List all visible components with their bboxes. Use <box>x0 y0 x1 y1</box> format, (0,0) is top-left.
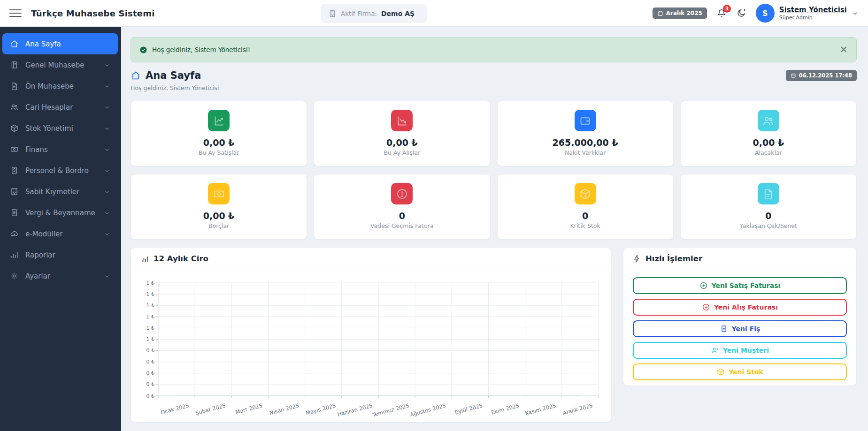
cloud-icon <box>10 229 19 238</box>
period-badge-label: Aralık 2025 <box>666 10 702 16</box>
app-window: Türkçe Muhasebe Sistemi Aktif Firma: Dem… <box>0 0 868 431</box>
quick-action-label: Yeni Stok <box>729 368 763 376</box>
welcome-alert-text: Hoş geldiniz, Sistem Yöneticisi! <box>152 46 250 53</box>
yeni-fis-button[interactable]: Yeni Fiş <box>633 320 847 337</box>
sidebar-item-cari-hesaplar[interactable]: Cari Hesaplar <box>2 97 118 118</box>
users-icon <box>10 103 19 112</box>
chevron-down-icon <box>104 83 110 90</box>
welcome-alert: Hoş geldiniz, Sistem Yöneticisi! ✕ <box>131 37 857 62</box>
notifications-button[interactable]: 3 <box>716 8 727 18</box>
stat-value: 0,00 ₺ <box>136 137 302 148</box>
chevron-down-icon <box>104 146 110 153</box>
chevron-down-icon <box>104 125 110 132</box>
sidebar-item-finans[interactable]: Finans <box>2 139 118 160</box>
stat-value: 265.000,00 ₺ <box>502 137 668 148</box>
building-icon <box>10 187 19 196</box>
sidebar: Ana SayfaGenel MuhasebeÖn MuhasebeCari H… <box>0 27 121 431</box>
yeni-alis-faturasi-button[interactable]: Yeni Alış Faturası <box>633 299 847 316</box>
svg-text:0 ₺: 0 ₺ <box>146 348 155 354</box>
file-text-icon <box>10 208 19 217</box>
sidebar-item-ayarlar[interactable]: Ayarlar <box>2 265 118 287</box>
active-company-selector[interactable]: Aktif Firma: Demo AŞ <box>321 4 427 23</box>
stat-label: Vadesi Geçmiş Fatura <box>319 222 485 229</box>
sidebar-item-label: Stok Yönetimi <box>25 124 73 133</box>
stat-card-row2-4: 0Yaklaşan Çek/Senet <box>680 174 857 240</box>
yeni-musteri-button[interactable]: Yeni Müşteri <box>633 342 847 359</box>
stat-card-row1-3: 265.000,00 ₺Nakit Varlıklar <box>497 101 674 166</box>
box-icon <box>716 368 725 376</box>
svg-text:Mayıs 2025: Mayıs 2025 <box>305 402 337 416</box>
quick-action-label: Yeni Satış Faturası <box>712 282 781 289</box>
stat-label: Alacaklar <box>685 149 852 156</box>
moon-icon <box>736 8 746 18</box>
user-name: Sistem Yöneticisi <box>779 6 847 15</box>
bar-chart-icon <box>140 255 149 263</box>
svg-text:1 ₺: 1 ₺ <box>146 314 155 320</box>
svg-text:Ocak 2025: Ocak 2025 <box>160 402 190 416</box>
datetime-badge: 06.12.2025 17:48 <box>786 70 857 81</box>
svg-text:Haziran 2025: Haziran 2025 <box>337 402 373 417</box>
dark-mode-toggle[interactable] <box>736 8 746 18</box>
page-header: Ana Sayfa Hoş geldiniz, Sistem Yöneticis… <box>131 70 857 91</box>
sidebar-item-raporlar[interactable]: Raporlar <box>2 244 118 265</box>
svg-text:Temmuz 2025: Temmuz 2025 <box>371 402 410 418</box>
page-title: Ana Sayfa <box>146 70 201 81</box>
calendar-icon <box>657 10 663 16</box>
svg-text:0 ₺: 0 ₺ <box>146 393 155 399</box>
user-role: Süper Admin <box>779 15 847 21</box>
menu-toggle-icon[interactable] <box>9 8 22 19</box>
yeni-stok-button[interactable]: Yeni Stok <box>633 363 847 380</box>
svg-text:0 ₺: 0 ₺ <box>146 381 155 387</box>
sidebar-item-label: Personel & Bordro <box>25 166 89 175</box>
stat-card-row1-4: 0,00 ₺Alacaklar <box>680 101 857 166</box>
stat-card-row2-1: 0,00 ₺Borçlar <box>131 174 307 240</box>
stat-label: Bu Ay Satışlar <box>136 149 302 156</box>
stat-value: 0 <box>685 211 852 221</box>
chart-title: 12 Aylık Ciro <box>154 254 208 263</box>
main-content: Hoş geldiniz, Sistem Yöneticisi! ✕ Ana S… <box>121 27 868 431</box>
svg-text:0 ₺: 0 ₺ <box>146 370 155 376</box>
plus-circle-icon <box>699 281 708 290</box>
period-badge: Aralık 2025 <box>653 8 707 19</box>
stat-value: 0 <box>319 211 485 221</box>
sidebar-item-vergi-beyanname[interactable]: Vergi & Beyanname <box>2 202 118 223</box>
stats-row-2: 0,00 ₺Borçlar0Vadesi Geçmiş Fatura0Kriti… <box>131 174 857 240</box>
trend-down-icon <box>391 110 413 131</box>
sidebar-item-on-muhasebe[interactable]: Ön Muhasebe <box>2 76 118 97</box>
sidebar-item-ana-sayfa[interactable]: Ana Sayfa <box>2 33 118 54</box>
chevron-down-icon <box>104 104 110 111</box>
sidebar-item-e-moduller[interactable]: e-Modüller <box>2 223 118 244</box>
app-title: Türkçe Muhasebe Sistemi <box>31 8 155 18</box>
stat-value: 0,00 ₺ <box>319 137 485 148</box>
sidebar-item-personel-bordro[interactable]: Personel & Bordro <box>2 160 118 181</box>
check-circle-icon <box>139 46 147 54</box>
revenue-chart: 1 ₺1 ₺1 ₺1 ₺1 ₺1 ₺0 ₺0 ₺0 ₺0 ₺0 ₺Ocak 20… <box>136 271 605 421</box>
id-badge-icon <box>10 166 19 175</box>
alert-circle-icon <box>391 183 413 204</box>
sidebar-item-label: Genel Muhasebe <box>25 61 84 69</box>
user-menu[interactable]: S Sistem Yöneticisi Süper Admin <box>756 4 859 23</box>
cash-icon <box>10 145 19 154</box>
sidebar-item-genel-muhasebe[interactable]: Genel Muhasebe <box>2 54 118 76</box>
quick-action-label: Yeni Alış Faturası <box>714 303 778 311</box>
file-icon <box>10 82 19 91</box>
sidebar-item-sabit-kiymetler[interactable]: Sabit Kıymetler <box>2 181 118 202</box>
chevron-down-icon <box>104 210 110 216</box>
sidebar-item-label: e-Modüller <box>25 230 63 238</box>
sidebar-item-label: Ana Sayfa <box>25 40 61 48</box>
svg-text:1 ₺: 1 ₺ <box>146 302 155 309</box>
sidebar-item-stok-yonetimi[interactable]: Stok Yönetimi <box>2 118 118 139</box>
stat-label: Kritik Stok <box>502 222 668 229</box>
svg-text:Mart 2025: Mart 2025 <box>235 402 263 416</box>
chevron-down-icon <box>104 273 110 280</box>
person-plus-icon <box>711 346 719 355</box>
stat-label: Bu Ay Alışlar <box>319 149 485 156</box>
stat-label: Yaklaşan Çek/Senet <box>685 222 852 229</box>
lightning-icon <box>633 255 641 263</box>
quick-actions-panel: Hızlı İşlemler Yeni Satış FaturasıYeni A… <box>623 247 857 386</box>
cash-icon <box>208 183 230 204</box>
close-icon[interactable]: ✕ <box>839 45 848 55</box>
quick-action-label: Yeni Müşteri <box>723 347 769 354</box>
yeni-satis-faturasi-button[interactable]: Yeni Satış Faturası <box>633 277 847 294</box>
box-icon <box>10 124 19 133</box>
